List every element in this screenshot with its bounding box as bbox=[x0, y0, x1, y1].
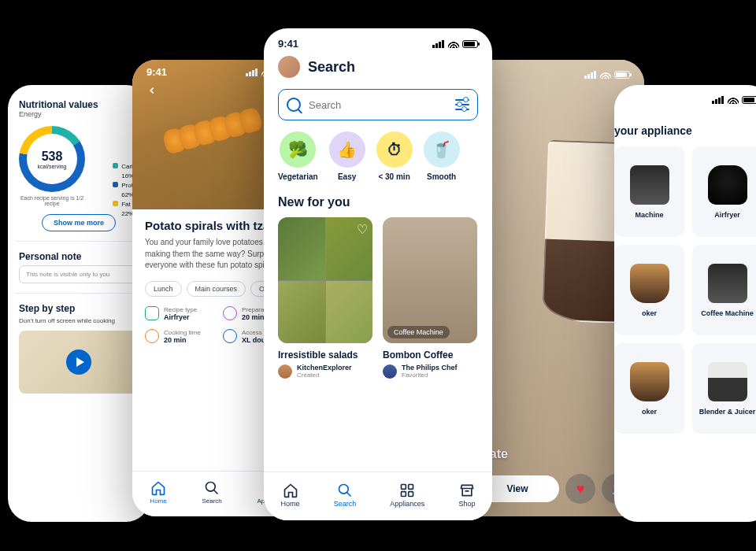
appliance-image bbox=[708, 165, 747, 205]
appliance-image bbox=[630, 264, 669, 303]
swatch-icon bbox=[113, 163, 118, 168]
prep-time-icon bbox=[223, 306, 237, 320]
card-badge: Coffee Machine bbox=[387, 326, 450, 338]
section-subtitle: Energy bbox=[19, 110, 139, 118]
wifi-icon bbox=[728, 96, 739, 104]
donut-chart: 538 kcal/serving bbox=[19, 126, 85, 192]
avatar[interactable] bbox=[278, 56, 300, 78]
battery-icon bbox=[742, 96, 756, 104]
accessory-icon bbox=[223, 329, 237, 343]
divider bbox=[16, 293, 142, 294]
step-hint: Don't turn off screen while cooking bbox=[19, 317, 139, 324]
clock-icon: ⏱ bbox=[376, 131, 413, 168]
filter-30min[interactable]: ⏱< 30 min bbox=[376, 131, 413, 181]
swatch-icon bbox=[113, 201, 118, 206]
card-image: ♡ bbox=[278, 217, 372, 343]
tab-search[interactable]: Search bbox=[334, 483, 357, 508]
appliance-image bbox=[708, 264, 747, 303]
appliance-card[interactable]: oker bbox=[614, 343, 684, 434]
card-title: Bombon Coffee bbox=[383, 349, 478, 361]
status-time: 9:41 bbox=[146, 66, 167, 78]
signal-icon bbox=[246, 68, 258, 76]
appliance-card[interactable]: oker bbox=[614, 245, 684, 335]
wifi-icon bbox=[600, 71, 611, 79]
svg-rect-9 bbox=[409, 491, 413, 496]
tab-home[interactable]: Home bbox=[150, 480, 166, 505]
home-icon bbox=[150, 480, 166, 496]
tab-search[interactable]: Search bbox=[202, 480, 221, 505]
cook-time-icon bbox=[145, 329, 159, 343]
svg-rect-7 bbox=[409, 484, 413, 489]
svg-rect-8 bbox=[402, 491, 406, 496]
screen-search: 9:41 Search 🥦Vegetarian 👍Easy ⏱< 30 min … bbox=[264, 28, 492, 520]
signal-icon bbox=[584, 71, 597, 79]
tab-bar: Home Search Appliances Shop bbox=[264, 471, 492, 520]
appliance-card[interactable]: Airfryer bbox=[692, 146, 756, 237]
video-thumbnail[interactable] bbox=[19, 331, 139, 394]
search-input[interactable] bbox=[309, 99, 447, 111]
tab-shop[interactable]: Shop bbox=[458, 483, 475, 508]
nutrition-chart: 538 kcal/serving Carbo16% Protei62% Fat2… bbox=[19, 126, 139, 192]
heart-icon: ♥ bbox=[576, 481, 585, 497]
back-icon[interactable] bbox=[143, 82, 161, 99]
battery-icon bbox=[614, 71, 630, 79]
easy-icon: 👍 bbox=[329, 131, 365, 168]
signal-icon bbox=[432, 40, 445, 48]
recipe-card[interactable]: ♡ Irresistible salads KitchenExplorerCre… bbox=[278, 217, 373, 379]
vegetarian-icon: 🥦 bbox=[280, 131, 316, 168]
smoothie-icon: 🥤 bbox=[424, 131, 460, 168]
author-avatar bbox=[383, 364, 397, 379]
card-title: Irresistible salads bbox=[278, 349, 373, 361]
recipe-type-icon bbox=[145, 306, 159, 320]
page-title: Search bbox=[308, 59, 355, 76]
search-box[interactable] bbox=[278, 89, 478, 120]
status-time: 9:41 bbox=[278, 38, 298, 50]
author-avatar bbox=[278, 364, 292, 379]
grid-icon bbox=[399, 483, 415, 498]
battery-icon bbox=[462, 40, 478, 48]
filter-icon[interactable] bbox=[455, 99, 469, 110]
feature-title: y late bbox=[476, 447, 632, 461]
swatch-icon bbox=[113, 182, 118, 187]
search-icon bbox=[204, 480, 220, 496]
appliance-card[interactable]: Coffee Machine bbox=[692, 245, 756, 335]
kcal-unit: kcal/serving bbox=[38, 164, 67, 169]
show-more-button[interactable]: Show me more bbox=[42, 214, 116, 231]
section-title: Personal note bbox=[19, 251, 139, 262]
svg-rect-6 bbox=[402, 484, 406, 489]
personal-note-input[interactable]: This note is visible only to you bbox=[19, 265, 139, 283]
recipe-card[interactable]: Coffee Machine Bombon Coffee The Philips… bbox=[383, 217, 478, 379]
favorite-button[interactable]: ♥ bbox=[565, 474, 595, 504]
kcal-value: 538 bbox=[42, 150, 63, 164]
tab-appliances[interactable]: Appliances bbox=[390, 483, 424, 508]
tag-chip[interactable]: Main courses bbox=[187, 281, 246, 297]
shop-icon bbox=[459, 483, 475, 498]
section-title: New for you bbox=[264, 181, 492, 217]
appliance-card[interactable]: Machine bbox=[614, 146, 684, 237]
filter-vegetarian[interactable]: 🥦Vegetarian bbox=[278, 131, 318, 181]
appliance-image bbox=[708, 362, 747, 401]
filter-row: 🥦Vegetarian 👍Easy ⏱< 30 min 🥤Smooth bbox=[264, 131, 492, 181]
search-icon bbox=[287, 98, 301, 112]
screen-nutrition: Nutritional values Energy 538 kcal/servi… bbox=[8, 85, 150, 522]
play-icon[interactable] bbox=[66, 349, 91, 375]
heart-icon[interactable]: ♡ bbox=[357, 222, 368, 237]
appliance-image bbox=[630, 362, 669, 401]
tag-chip[interactable]: Lunch bbox=[145, 281, 182, 297]
home-icon bbox=[283, 483, 298, 498]
section-title: Nutritional values bbox=[19, 99, 139, 110]
filter-smoothie[interactable]: 🥤Smooth bbox=[424, 131, 460, 181]
filter-easy[interactable]: 👍Easy bbox=[329, 131, 365, 181]
appliance-image bbox=[630, 165, 669, 205]
svg-point-0 bbox=[206, 483, 216, 492]
tab-home[interactable]: Home bbox=[281, 483, 300, 508]
page-title: your appliance bbox=[614, 105, 756, 146]
screen-appliances: your appliance Machine Airfryer oker Cof… bbox=[614, 85, 756, 522]
svg-point-5 bbox=[339, 484, 348, 494]
signal-icon bbox=[712, 96, 724, 104]
section-title: Step by step bbox=[19, 303, 139, 314]
appliance-card[interactable]: Blender & Juicer bbox=[692, 343, 756, 434]
search-icon bbox=[337, 483, 353, 498]
divider bbox=[16, 241, 142, 242]
wifi-icon bbox=[448, 40, 459, 48]
